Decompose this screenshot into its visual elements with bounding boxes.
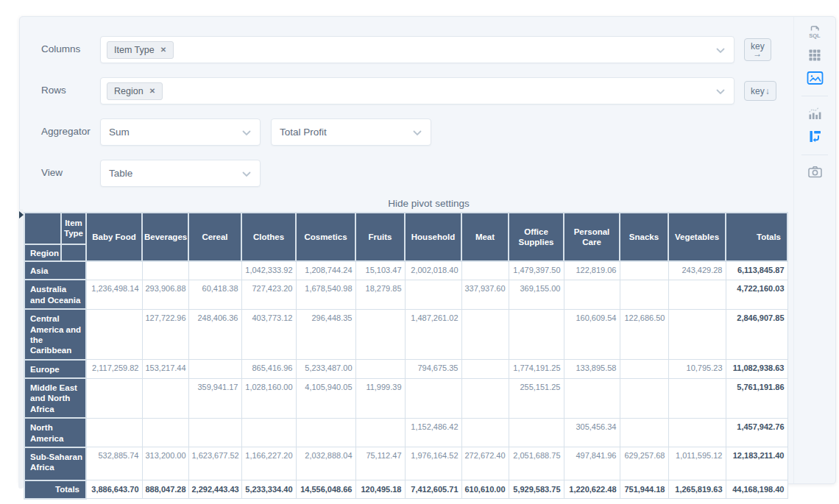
pivot-table-area: Item TypeBaby FoodBeveragesCerealClothes… (24, 212, 788, 500)
pivot-cell (355, 309, 405, 360)
pivot-cell (564, 378, 620, 418)
table-grid-icon[interactable] (807, 47, 823, 63)
col-total-cell: 5,929,583.75 (509, 480, 564, 499)
pivot-cell: 497,841.96 (564, 447, 620, 480)
collapse-handle[interactable] (18, 209, 24, 489)
pivot-cell (86, 309, 142, 360)
pivot-cell (620, 261, 668, 280)
rows-label: Rows (41, 77, 100, 96)
pivot-cell: 153,217.44 (142, 360, 188, 378)
pivot-cell: 2,032,888.04 (296, 447, 355, 480)
sidebar-divider (801, 96, 828, 96)
hide-pivot-settings-link[interactable]: Hide pivot settings (388, 198, 469, 209)
item-type-tag[interactable]: Item Type ✕ (107, 41, 174, 59)
pivot-cell (188, 418, 241, 447)
view-label: View (41, 160, 100, 178)
remove-region-icon[interactable]: ✕ (149, 88, 155, 95)
pivot-cell: 1,152,486.42 (405, 418, 461, 447)
remove-item-type-icon[interactable]: ✕ (160, 46, 166, 54)
columns-control-row: Columns Item Type ✕ key → (41, 36, 835, 63)
view-select[interactable]: Table (100, 160, 261, 187)
row-total-cell: 2,846,907.85 (726, 309, 787, 360)
col-header-cell: Household (405, 213, 461, 261)
row-header-cell: Sub-Saharan Africa (24, 447, 86, 480)
pivot-cell (142, 418, 188, 447)
pivot-cell (564, 280, 620, 309)
analytics-chart-icon[interactable] (807, 105, 823, 121)
col-total-cell: 5,233,334.40 (241, 480, 296, 499)
pivot-cell (405, 378, 461, 418)
col-header-cell: Snacks (620, 213, 668, 261)
pivot-cell (668, 280, 726, 309)
pivot-cell: 629,257.68 (620, 447, 668, 480)
chart-image-icon[interactable] (806, 70, 824, 86)
table-row: Central America and the Caribbean127,722… (24, 309, 787, 360)
pivot-cell: 2,117,259.82 (86, 360, 142, 378)
pivot-cell (241, 418, 296, 447)
aggregator-value-select[interactable]: Total Profit (271, 118, 431, 146)
col-order-button[interactable]: key → (744, 38, 771, 61)
col-total-cell: 610,610.00 (461, 480, 509, 499)
pivot-cell (296, 418, 355, 447)
pivot-cell: 272,672.40 (461, 447, 509, 480)
pivot-cell (142, 261, 188, 280)
sql-icon-label: SQL (809, 32, 821, 39)
pivot-cell: 865,416.96 (241, 360, 296, 378)
col-total-cell: 2,292,443.43 (188, 480, 241, 499)
row-total-cell: 5,761,191.86 (726, 378, 787, 418)
columns-select[interactable]: Item Type ✕ (100, 36, 734, 63)
col-header-cell: Personal Care (564, 213, 620, 261)
col-total-cell: 7,412,605.71 (405, 480, 461, 499)
pivot-cell: 4,105,940.05 (296, 378, 355, 418)
row-total-cell: 6,113,845.87 (726, 261, 787, 280)
chevron-down-icon (242, 171, 251, 177)
pivot-icon[interactable] (807, 128, 824, 145)
pivot-cell: 1,236,498.14 (86, 280, 142, 309)
rows-select[interactable]: Region ✕ (100, 77, 734, 104)
sql-icon[interactable]: SQL (806, 23, 824, 40)
table-row: North America1,152,486.42305,456.341,457… (24, 418, 787, 447)
pivot-cell: 5,233,487.00 (296, 360, 355, 378)
pivot-cell: 1,042,333.92 (241, 261, 296, 280)
pivot-cell: 18,279.85 (355, 280, 405, 309)
col-total-cell: 120,495.18 (355, 480, 405, 499)
pivot-cell: 293,906.88 (142, 280, 188, 309)
pivot-cell: 122,686.50 (620, 309, 668, 360)
col-header-cell: Clothes (241, 213, 296, 261)
camera-icon[interactable] (807, 164, 824, 180)
totals-row-header: Totals (24, 480, 86, 499)
pivot-cell (461, 360, 509, 378)
pivot-cell: 1,678,540.98 (296, 280, 355, 309)
pivot-cell: 305,456.34 (564, 418, 620, 447)
pivot-cell: 10,795.23 (668, 360, 726, 378)
pivot-cell (142, 378, 188, 418)
row-header-cell: Australia and Oceania (24, 280, 86, 309)
table-row: Asia1,042,333.921,208,744.2415,103.472,0… (24, 261, 787, 280)
pivot-cell (461, 261, 509, 280)
aggregator-select[interactable]: Sum (100, 118, 261, 146)
aggregator-selected-value: Sum (109, 127, 130, 138)
pivot-table: Item TypeBaby FoodBeveragesCerealClothes… (24, 212, 788, 500)
aggregator-label: Aggregator (41, 118, 100, 137)
pivot-cell (668, 378, 726, 418)
pivot-settings-panel: Columns Item Type ✕ key → Rows Region (20, 17, 835, 210)
col-header-cell: Meat (461, 213, 509, 261)
pivot-cell (620, 360, 668, 378)
col-header-cell: Fruits (355, 213, 405, 261)
row-order-button[interactable]: key ↓ (744, 81, 776, 101)
row-order-label: key (751, 86, 765, 96)
pivot-cell: 255,151.25 (509, 378, 564, 418)
corner-cell (24, 213, 61, 244)
row-header-cell: Europe (24, 360, 86, 378)
columns-label: Columns (41, 36, 100, 54)
pivot-cell: 1,011,595.12 (668, 447, 726, 480)
pivot-cell: 296,448.35 (296, 309, 355, 360)
region-tag[interactable]: Region ✕ (107, 82, 163, 100)
visualization-sidebar: SQL (793, 17, 835, 483)
pivot-cell (620, 418, 668, 447)
col-header-cell: Office Supplies (509, 213, 564, 261)
col-total-cell: 3,886,643.70 (86, 480, 142, 499)
pivot-cell (509, 309, 564, 360)
pivot-cell: 1,976,164.52 (405, 447, 461, 480)
pivot-cell: 127,722.96 (142, 309, 188, 360)
